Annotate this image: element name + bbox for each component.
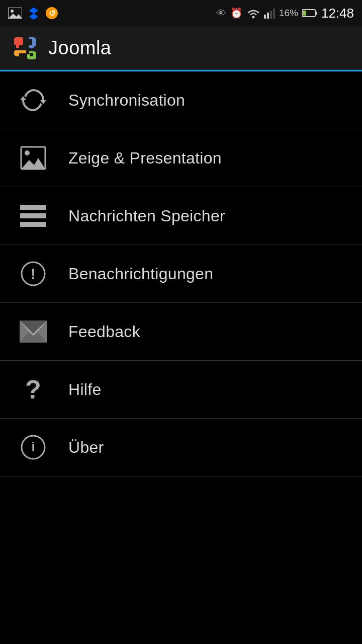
synchronisation-label: Synchronisation xyxy=(68,91,185,110)
dropbox-icon xyxy=(27,7,40,20)
svg-marker-2 xyxy=(8,14,22,19)
svg-rect-8 xyxy=(264,15,266,19)
envelope-icon xyxy=(18,316,48,347)
signal-icon xyxy=(264,8,275,19)
menu-item-feedback[interactable]: Feedback xyxy=(0,303,362,361)
svg-text:?: ? xyxy=(25,376,41,403)
list-icon xyxy=(18,201,48,231)
wifi-icon xyxy=(247,8,260,19)
svg-rect-13 xyxy=(303,11,306,16)
alert-circle-icon: ! xyxy=(18,259,48,289)
menu-list: Synchronisation Zeige & Presentation Nac… xyxy=(0,71,362,476)
sync-icon xyxy=(18,85,48,115)
gallery-icon xyxy=(8,8,22,19)
menu-item-synchronisation[interactable]: Synchronisation xyxy=(0,71,362,129)
notifications-label: Benachrichtigungen xyxy=(68,265,213,283)
app-bar: Joomla xyxy=(0,26,362,71)
alarm-icon: ⏰ xyxy=(230,7,243,19)
eye-icon: 👁 xyxy=(216,8,226,19)
menu-item-message-storage[interactable]: Nachrichten Speicher xyxy=(0,187,362,245)
menu-item-help[interactable]: ? Hilfe xyxy=(0,361,362,419)
info-circle-icon: i xyxy=(18,432,48,462)
status-time: 12:48 xyxy=(321,6,354,21)
display-label: Zeige & Presentation xyxy=(68,149,222,168)
menu-item-display[interactable]: Zeige & Presentation xyxy=(0,129,362,187)
svg-rect-11 xyxy=(273,9,275,19)
svg-text:↺: ↺ xyxy=(49,9,55,18)
svg-point-7 xyxy=(252,16,254,19)
about-label: Über xyxy=(68,438,104,457)
status-bar-left-icons: ↺ xyxy=(8,7,58,20)
status-bar: ↺ 👁 ⏰ 16% 12:48 xyxy=(0,0,362,26)
svg-rect-18 xyxy=(20,205,46,210)
app-title: Joomla xyxy=(48,37,112,59)
svg-rect-14 xyxy=(316,12,317,15)
image-icon xyxy=(18,143,48,173)
feedback-label: Feedback xyxy=(68,323,140,341)
battery-level: 16% xyxy=(279,8,298,19)
svg-rect-19 xyxy=(20,213,46,218)
svg-point-16 xyxy=(25,150,30,155)
svg-rect-9 xyxy=(267,13,269,19)
joomla-logo xyxy=(12,35,38,61)
svg-rect-10 xyxy=(270,11,272,19)
help-label: Hilfe xyxy=(68,380,102,399)
battery-icon xyxy=(302,9,317,18)
svg-marker-17 xyxy=(21,158,45,169)
svg-rect-20 xyxy=(20,222,46,227)
status-bar-right-icons: 👁 ⏰ 16% 12:48 xyxy=(216,6,354,21)
svg-text:!: ! xyxy=(31,265,36,282)
svg-point-1 xyxy=(11,10,14,13)
svg-text:i: i xyxy=(31,439,35,454)
question-icon: ? xyxy=(18,374,48,405)
circle-arrow-icon: ↺ xyxy=(45,7,58,20)
message-storage-label: Nachrichten Speicher xyxy=(68,207,225,225)
menu-item-about[interactable]: i Über xyxy=(0,419,362,476)
svg-marker-4 xyxy=(29,8,38,14)
menu-item-notifications[interactable]: ! Benachrichtigungen xyxy=(0,245,362,303)
